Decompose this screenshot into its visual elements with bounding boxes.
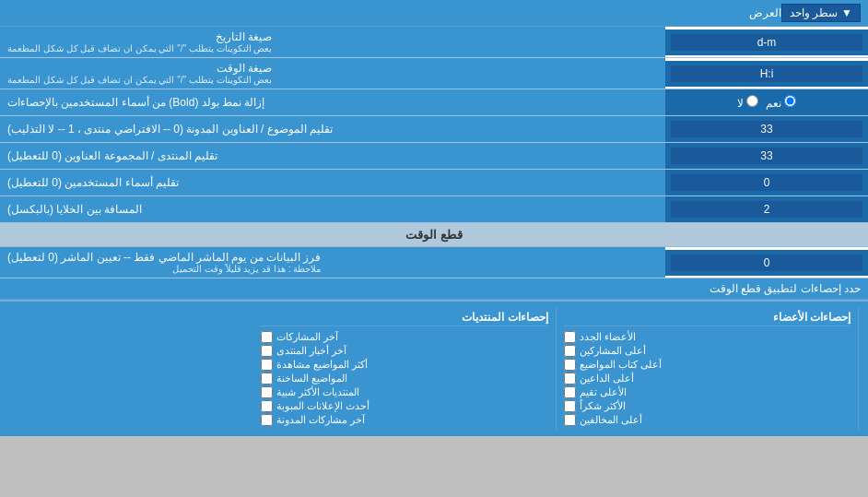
cutoff-section-header: قطع الوقت	[0, 223, 868, 247]
forum-titles-input-wrapper	[665, 143, 868, 169]
forum-titles-row: تقليم المنتدى / المجموعة العناوين (0 للت…	[0, 143, 868, 170]
single-line-dropdown[interactable]: ▼ سطر واحد	[781, 4, 861, 22]
top-inviters-label: أعلى الداعين	[580, 373, 634, 385]
cell-spacing-label: المسافة بين الخلايا (بالبكسل)	[0, 196, 665, 222]
date-format-input-wrapper	[665, 30, 868, 55]
checkbox-forum-news-input[interactable]	[261, 345, 273, 357]
checkbox-top-inviters: أعلى الداعين	[564, 372, 850, 385]
similar-forums-label: المنتديات الأكثر شبية	[276, 386, 359, 398]
checkbox-similar-forums-input[interactable]	[261, 386, 273, 398]
checkbox-most-viewed-input[interactable]	[261, 359, 273, 371]
members-stats-header: إحصاءات الأعضاء	[564, 311, 850, 326]
checkbox-blog-posts: آخر مشاركات المدونة	[261, 413, 547, 427]
topics-titles-row: تقليم الموضوع / العناوين المدونة (0 -- ا…	[0, 116, 868, 143]
stats-limit-label: حدد إحصاءات لتطبيق قطع الوقت	[0, 278, 868, 300]
time-format-row: صيغة الوقت بعض التكوينات يتطلب "/" التي …	[0, 58, 868, 89]
usernames-label: تقليم أسماء المستخدمين (0 للتعطيل)	[0, 170, 665, 195]
cutoff-value-label: فرز البيانات من يوم الماشر الماضي فقط --…	[0, 247, 665, 278]
checkbox-most-viewed: أكثر المواضيع مشاهدة	[261, 358, 547, 372]
new-members-label: الأعضاء الجدد	[580, 331, 636, 343]
stats-empty-col	[9, 307, 253, 431]
topics-titles-label: تقليم الموضوع / العناوين المدونة (0 -- ا…	[0, 116, 665, 142]
cutoff-value-input[interactable]	[671, 254, 862, 271]
checkbox-top-violators-input[interactable]	[564, 414, 576, 426]
display-input[interactable]: ▼ سطر واحد	[781, 4, 861, 22]
checkbox-blog-posts-input[interactable]	[261, 414, 273, 426]
checkbox-latest-ads: أحدث الإعلانات المبوبة	[261, 399, 547, 413]
forum-titles-input[interactable]	[671, 148, 862, 164]
date-format-title: صيغة التاريخ	[7, 30, 272, 43]
checkbox-hot-topics: المواضيع الساخنة	[261, 372, 547, 385]
cutoff-value-input-wrapper	[665, 250, 868, 276]
date-format-label: صيغة التاريخ بعض التكوينات يتطلب "/" الت…	[0, 27, 665, 57]
cell-spacing-input[interactable]	[671, 201, 862, 218]
cell-spacing-row: المسافة بين الخلايا (بالبكسل)	[0, 196, 868, 223]
cutoff-value-note: ملاحظة : هذا قد يزيد قليلاً وقت التحميل	[7, 264, 321, 274]
checkboxes-section: إحصاءات المنتديات آخر المشاركات آخر أخبا…	[0, 300, 868, 436]
checkbox-new-members: الأعضاء الجدد	[564, 330, 850, 344]
radio-yes[interactable]	[784, 95, 796, 107]
checkbox-top-inviters-input[interactable]	[564, 373, 576, 385]
checkbox-hot-topics-input[interactable]	[261, 373, 273, 385]
checkbox-last-posts: آخر المشاركات	[261, 330, 547, 344]
checkbox-new-members-input[interactable]	[564, 331, 576, 343]
time-format-label: صيغة الوقت بعض التكوينات يتطلب "/" التي …	[0, 58, 665, 89]
display-row: العرض ▼ سطر واحد	[0, 0, 868, 27]
remove-bold-row: إزالة نمط بولد (Bold) من أسماء المستخدمي…	[0, 89, 868, 116]
cell-spacing-input-wrapper	[665, 196, 868, 222]
members-stats-col: إحصاءات الأعضاء الأعضاء الجدد أعلى المشا…	[557, 307, 859, 431]
checkbox-similar-forums: المنتديات الأكثر شبية	[261, 385, 547, 399]
usernames-input-wrapper	[665, 170, 868, 195]
checkbox-top-rated-input[interactable]	[564, 386, 576, 398]
checkbox-top-topic-writers: أعلى كتاب المواضيع	[564, 358, 850, 372]
usernames-input[interactable]	[671, 174, 862, 191]
cutoff-value-title: فرز البيانات من يوم الماشر الماضي فقط --…	[7, 251, 321, 264]
topics-titles-input-wrapper	[665, 116, 868, 142]
most-viewed-label: أكثر المواضيع مشاهدة	[276, 359, 368, 371]
checkboxes-grid: إحصاءات المنتديات آخر المشاركات آخر أخبا…	[9, 307, 859, 431]
latest-ads-label: أحدث الإعلانات المبوبة	[276, 400, 369, 412]
forums-stats-col: إحصاءات المنتديات آخر المشاركات آخر أخبا…	[253, 307, 556, 431]
dropdown-value: سطر واحد	[790, 6, 838, 19]
time-format-input[interactable]	[671, 65, 862, 82]
forum-news-label: آخر أخبار المنتدى	[276, 345, 346, 357]
radio-no[interactable]	[746, 95, 758, 107]
radio-no-label: لا	[737, 95, 758, 110]
remove-bold-label: إزالة نمط بولد (Bold) من أسماء المستخدمي…	[0, 89, 665, 115]
checkbox-most-thanked-input[interactable]	[564, 400, 576, 412]
checkbox-top-rated: الأعلى تقيم	[564, 385, 850, 399]
usernames-row: تقليم أسماء المستخدمين (0 للتعطيل)	[0, 170, 868, 196]
forums-stats-header: إحصاءات المنتديات	[261, 311, 547, 326]
top-rated-label: الأعلى تقيم	[580, 386, 627, 398]
checkbox-latest-ads-input[interactable]	[261, 400, 273, 412]
forum-titles-label: تقليم المنتدى / المجموعة العناوين (0 للت…	[0, 143, 665, 169]
dropdown-arrow-icon: ▼	[841, 6, 852, 19]
top-topic-writers-label: أعلى كتاب المواضيع	[580, 359, 662, 371]
checkbox-last-posts-input[interactable]	[261, 331, 273, 343]
checkbox-top-topic-writers-input[interactable]	[564, 359, 576, 371]
time-format-title: صيغة الوقت	[7, 62, 272, 75]
checkbox-top-posters: أعلى المشاركين	[564, 344, 850, 358]
date-format-input[interactable]	[671, 34, 862, 51]
display-label: العرض	[7, 6, 781, 19]
time-format-note: بعض التكوينات يتطلب "/" التي يمكن ان تضا…	[7, 75, 272, 85]
checkbox-most-thanked: الأكثر شكراً	[564, 399, 850, 413]
time-format-input-wrapper	[665, 61, 868, 87]
topics-titles-input[interactable]	[671, 121, 862, 137]
date-format-note: بعض التكوينات يتطلب "/" التي يمكن ان تضا…	[7, 43, 272, 53]
radio-yes-label: نعم	[766, 95, 796, 110]
cutoff-value-row: فرز البيانات من يوم الماشر الماضي فقط --…	[0, 247, 868, 278]
remove-bold-input-wrapper: نعم لا	[665, 89, 868, 115]
blog-posts-label: آخر مشاركات المدونة	[276, 414, 365, 426]
most-thanked-label: الأكثر شكراً	[580, 400, 626, 412]
checkbox-top-violators: أعلى المخالفين	[564, 413, 850, 427]
main-container: العرض ▼ سطر واحد صيغة التاريخ بعض التكوي…	[0, 0, 868, 436]
top-violators-label: أعلى المخالفين	[580, 414, 642, 426]
top-posters-label: أعلى المشاركين	[580, 345, 646, 357]
checkbox-top-posters-input[interactable]	[564, 345, 576, 357]
last-posts-label: آخر المشاركات	[276, 331, 338, 343]
remove-bold-radio-group: نعم لا	[730, 91, 804, 113]
checkbox-forum-news: آخر أخبار المنتدى	[261, 344, 547, 358]
date-format-row: صيغة التاريخ بعض التكوينات يتطلب "/" الت…	[0, 27, 868, 58]
hot-topics-label: المواضيع الساخنة	[276, 373, 347, 385]
